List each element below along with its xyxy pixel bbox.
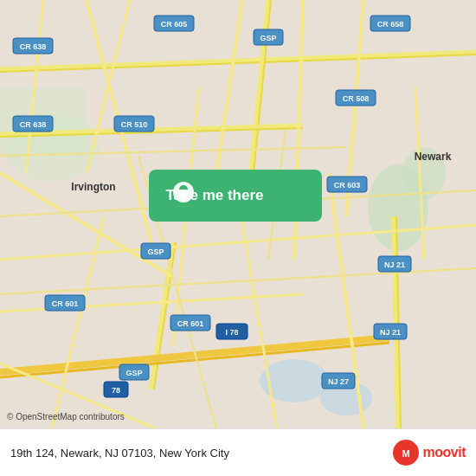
svg-text:CR 658: CR 658 [377,20,404,29]
svg-text:GSP: GSP [147,248,164,256]
svg-text:CR 603: CR 603 [334,181,361,190]
moovit-label: moovit [423,445,466,460]
svg-text:NJ 21: NJ 21 [384,261,405,269]
bottom-bar: 19th 124, Newark, NJ 07103, New York Cit… [0,428,476,476]
svg-text:CR 601: CR 601 [177,319,204,328]
svg-text:GSP: GSP [260,34,276,42]
svg-text:M: M [402,448,409,459]
copyright-text: © OpenStreetMap contributors [7,412,125,421]
svg-text:NJ 21: NJ 21 [380,328,401,337]
svg-text:Newark: Newark [415,151,452,163]
svg-text:NJ 27: NJ 27 [328,377,349,386]
svg-text:CR 510: CR 510 [121,120,148,129]
svg-text:CR 601: CR 601 [52,299,79,308]
svg-text:CR 638: CR 638 [20,42,47,51]
address-text: 19th 124, Newark, NJ 07103, New York Cit… [10,447,392,460]
map-container: CR 638 CR 605 CR 658 GSP CR 638 CR 510 C… [0,0,476,428]
svg-text:Take me there: Take me there [165,187,263,203]
moovit-logo-icon: M [392,439,420,466]
svg-text:Irvington: Irvington [71,181,115,193]
svg-text:GSP: GSP [125,369,142,377]
svg-text:CR 638: CR 638 [20,120,47,129]
svg-text:CR 605: CR 605 [161,20,188,29]
moovit-logo[interactable]: M moovit [392,439,466,466]
svg-text:78: 78 [112,386,120,395]
svg-text:I 78: I 78 [225,328,238,337]
svg-text:CR 508: CR 508 [343,94,370,103]
